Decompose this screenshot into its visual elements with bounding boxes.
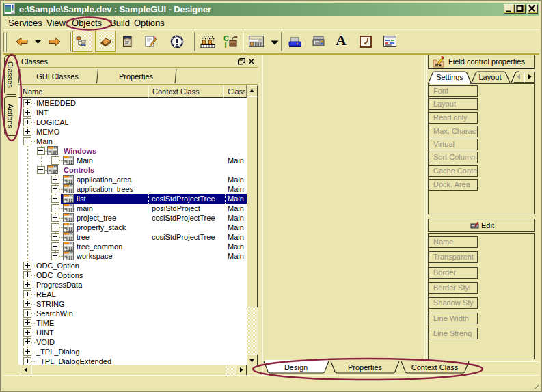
svg-text:I: I xyxy=(225,41,227,48)
svg-text:A: A xyxy=(336,33,347,48)
